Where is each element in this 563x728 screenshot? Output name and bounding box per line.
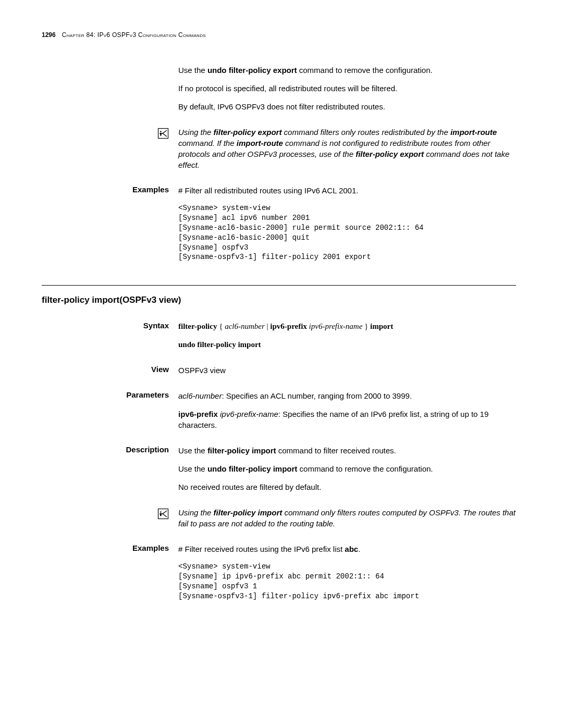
info-note: Using the filter-policy import command o… (178, 507, 516, 536)
examples-intro: # Filter received routes using the IPv6 … (178, 545, 345, 553)
note-cmd: import-route (237, 139, 283, 147)
info-icon-col (42, 127, 178, 178)
examples-content: # Filter all redistributed routes using … (178, 185, 516, 269)
syntax-arg: ipv6-prefix-name (309, 322, 363, 330)
examples-intro: . (358, 545, 360, 553)
examples-content: # Filter received routes using the IPv6 … (178, 544, 516, 609)
syntax-pipe: | (265, 322, 271, 330)
syntax-arg: acl6-number (225, 322, 265, 330)
parameters-label: Parameters (42, 390, 178, 438)
view-label: View (42, 365, 178, 383)
desc-text: Use the (178, 464, 207, 473)
parameters-content: acl6-number: Specifies an ACL number, ra… (178, 390, 516, 438)
section-divider (42, 285, 516, 286)
note-cmd: filter-policy import (214, 508, 283, 517)
examples-arg: abc (345, 545, 358, 553)
desc-text: No received routes are filtered by defau… (178, 482, 516, 492)
note-cmd: filter-policy export (214, 128, 282, 137)
desc-cmd: undo filter-policy import (207, 464, 298, 473)
desc-text: Use the (178, 66, 207, 75)
svg-rect-2 (160, 133, 162, 135)
note-text: Using the (178, 508, 214, 517)
syntax-keyword: filter-policy (178, 322, 217, 330)
info-note: Using the filter-policy export command f… (178, 127, 516, 178)
info-icon (157, 128, 169, 139)
syntax-label: Syntax (42, 321, 178, 357)
syntax-keyword: import (370, 322, 393, 330)
view-text: OSPFv3 view (178, 365, 516, 376)
desc-text: If no protocol is specified, all redistr… (178, 83, 516, 94)
description-continuation: Use the undo filter-policy export comman… (178, 65, 516, 119)
info-icon-col (42, 507, 178, 536)
desc-cmd: undo filter-policy export (207, 66, 297, 75)
syntax-content: filter-policy { acl6-number | ipv6-prefi… (178, 321, 516, 357)
examples-label: Examples (42, 544, 178, 609)
code-block: <Sysname> system-view [Sysname] ip ipv6-… (178, 562, 516, 601)
syntax-brace: { (217, 322, 225, 330)
examples-intro: # Filter all redistributed routes using … (178, 185, 516, 196)
desc-text: command to filter received routes. (276, 446, 396, 455)
desc-cmd: filter-policy import (207, 446, 276, 455)
note-text: Using the (178, 128, 214, 137)
svg-rect-5 (160, 513, 162, 516)
syntax-brace: } (362, 322, 370, 330)
desc-text: Use the (178, 446, 207, 455)
param-name: ipv6-prefix (178, 410, 218, 418)
desc-text: command to remove the configuration. (297, 66, 433, 75)
note-text: command. If the (178, 139, 237, 147)
note-text: command filters only routes redistribute… (282, 128, 450, 137)
desc-text: command to remove the configuration. (297, 464, 433, 473)
code-block: <Sysname> system-view [Sysname] acl ipv6… (178, 203, 516, 262)
svg-point-4 (160, 512, 162, 513)
examples-label: Examples (42, 185, 178, 269)
desc-text: By default, IPv6 OSPFv3 does not filter … (178, 101, 516, 112)
param-arg: ipv6-prefix-name (220, 410, 278, 418)
syntax-undo: undo filter-policy import (178, 340, 261, 349)
svg-point-1 (160, 131, 162, 132)
param-desc: : Specifies an ACL number, ranging from … (222, 391, 412, 400)
note-cmd: import-route (450, 128, 497, 137)
view-content: OSPFv3 view (178, 365, 516, 383)
chapter-title: Chapter 84: IPv6 OSPFv3 Configuration Co… (62, 31, 206, 39)
page-number: 1296 (42, 31, 56, 39)
page-header: 1296 Chapter 84: IPv6 OSPFv3 Configurati… (42, 31, 516, 39)
info-icon (157, 508, 169, 520)
note-cmd: filter-policy export (356, 150, 424, 158)
description-label: Description (42, 445, 178, 500)
syntax-keyword: ipv6-prefix (270, 322, 307, 330)
description-content: Use the filter-policy import command to … (178, 445, 516, 500)
param-name: acl6-number (178, 391, 222, 400)
empty-label (42, 65, 178, 119)
section-title: filter-policy import(OSPFv3 view) (42, 295, 516, 305)
